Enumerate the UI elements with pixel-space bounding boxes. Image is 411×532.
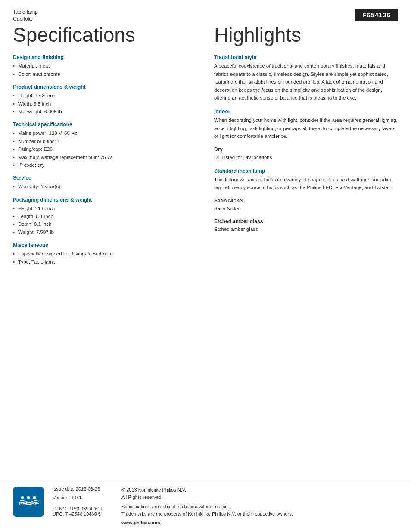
transitional-text: A peaceful coexistence of traditional an…: [214, 62, 398, 102]
page: Table lamp Capitola F654136 Specificatio…: [0, 0, 411, 532]
product-code-badge: F654136: [355, 9, 398, 21]
design-list: Material: metal Color: matt chrome: [13, 62, 197, 78]
product-model: Capitola: [13, 16, 38, 22]
footer-issue-date: Issue date 2013-06-23: [53, 486, 113, 492]
specs-title: Specifications: [13, 24, 197, 46]
dims-item-1: Height: 17.3 inch: [13, 92, 197, 100]
footer-col1: Issue date 2013-06-23 Version: 1.0.1 12 …: [53, 486, 113, 516]
pkg-item-2: Length: 8.1 inch: [13, 212, 197, 220]
footer-notices: Specifications are subject to change wit…: [121, 503, 398, 517]
transitional-heading: Transitional style: [214, 54, 398, 60]
packaging-list: Height: 21.6 inch Length: 8.1 inch Depth…: [13, 205, 197, 236]
tech-item-1: Mains power: 120 V, 60 Hz: [13, 129, 197, 137]
svg-point-3: [27, 496, 30, 499]
etched-heading: Etched amber glass: [214, 218, 398, 224]
product-dims-heading: Product dimensions & weight: [13, 84, 197, 90]
tech-item-3: Fitting/cap: E26: [13, 145, 197, 153]
dry-heading: Dry: [214, 146, 398, 152]
footer-nc: 12 NC: 9150 035 42601: [53, 506, 113, 511]
svg-point-4: [33, 496, 36, 499]
design-heading: Design and finishing: [13, 54, 197, 60]
footer-copyright: © 2013 Koninklijke Philips N.V. All Righ…: [121, 486, 398, 501]
dry-text: UL Listed for Dry locations: [214, 153, 398, 161]
main-content: Specifications Design and finishing Mate…: [0, 22, 411, 266]
header: Table lamp Capitola F654136: [0, 0, 411, 22]
tech-item-5: IP code: dry: [13, 161, 197, 169]
highlights-title: Highlights: [214, 24, 398, 46]
tech-item-4: Maximum wattage replacement bulb: 75 W: [13, 153, 197, 161]
pkg-item-3: Depth: 8.1 inch: [13, 220, 197, 228]
misc-list: Especially designed for: Living- & Bedro…: [13, 250, 197, 266]
svg-text:PHILIPS: PHILIPS: [19, 501, 38, 506]
standard-incan-heading: Standard incan lamp: [214, 168, 398, 174]
misc-item-2: Type: Table lamp: [13, 258, 197, 266]
service-heading: Service: [13, 175, 197, 181]
footer-upc: UPC: 7 42546 10460 5: [53, 511, 113, 516]
satin-nickel-heading: Satin Nickel: [214, 198, 398, 204]
packaging-heading: Packaging dimensions & weight: [13, 197, 197, 203]
design-item-2: Color: matt chrome: [13, 70, 197, 78]
service-list: Warranty: 1 year(s): [13, 183, 197, 190]
dims-item-3: Net weight: 6.005 lb: [13, 108, 197, 115]
highlights-column: Highlights Transitional style A peaceful…: [206, 22, 398, 266]
indoor-text: When decorating your home with light, co…: [214, 116, 398, 140]
footer-website[interactable]: www.philips.com: [121, 520, 398, 525]
tech-item-2: Number of bulbs: 1: [13, 137, 197, 145]
header-left: Table lamp Capitola: [13, 9, 38, 22]
specifications-column: Specifications Design and finishing Mate…: [13, 22, 206, 266]
dims-item-2: Width: 6.5 inch: [13, 100, 197, 108]
design-item-1: Material: metal: [13, 62, 197, 70]
technical-heading: Technical specifications: [13, 121, 197, 128]
pkg-item-4: Weight: 7.507 lb: [13, 228, 197, 236]
product-dims-list: Height: 17.3 inch Width: 6.5 inch Net we…: [13, 92, 197, 115]
svg-point-2: [21, 496, 24, 499]
pkg-item-1: Height: 21.6 inch: [13, 205, 197, 212]
footer-col2: © 2013 Koninklijke Philips N.V. All Righ…: [121, 486, 398, 525]
technical-list: Mains power: 120 V, 60 Hz Number of bulb…: [13, 129, 197, 169]
standard-incan-text: This fixture will accept bulbs in a vari…: [214, 176, 398, 192]
misc-item-1: Especially designed for: Living- & Bedro…: [13, 250, 197, 258]
footer: PHILIPS Issue date 2013-06-23 Version: 1…: [0, 479, 411, 532]
satin-nickel-text: Satin Nickel: [214, 205, 398, 212]
service-item-1: Warranty: 1 year(s): [13, 183, 197, 190]
philips-logo-icon: PHILIPS: [13, 486, 44, 517]
misc-heading: Miscellaneous: [13, 242, 197, 248]
etched-text: Etched amber glass: [214, 225, 398, 233]
footer-version: Version: 1.0.1: [53, 495, 113, 500]
product-type: Table lamp: [13, 9, 38, 16]
indoor-heading: Indoor: [214, 109, 398, 115]
